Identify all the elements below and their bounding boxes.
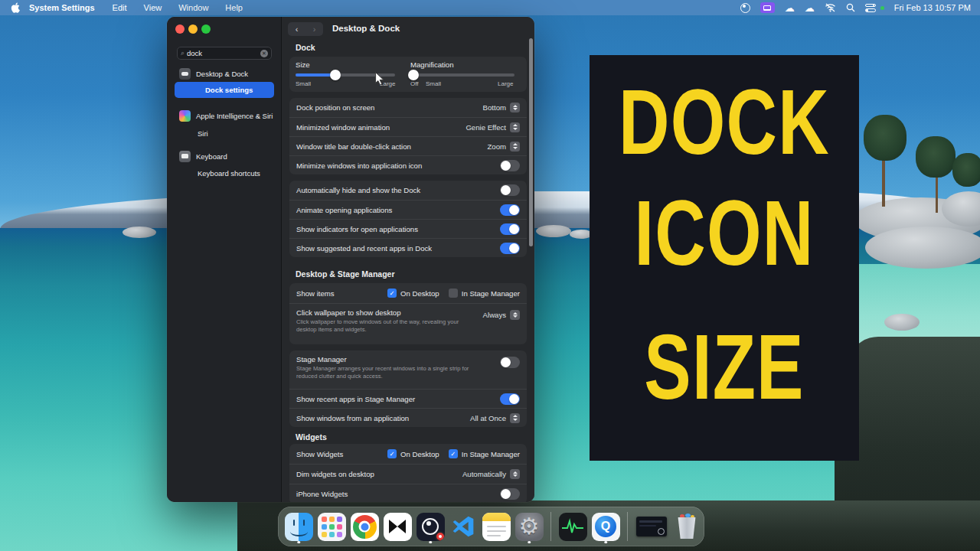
sliders-card: Size Small Large Magnification Off Small… [289,57,527,92]
dim-widgets-select[interactable] [510,469,520,479]
dock-app-quicktime[interactable]: Q [591,510,620,543]
dock-app-launchpad[interactable] [317,510,346,543]
widgets-on-desktop-checkbox[interactable]: ✓ [387,449,397,458]
obs-studio-icon [416,513,445,541]
sidebar-item-apple-intelligence[interactable]: Apple Intelligence & Siri [167,108,282,123]
capcut-icon [384,513,412,541]
quicktime-icon: Q [592,513,620,541]
row-show-windows: Show windows from an application All at … [289,408,527,427]
finder-icon [285,513,313,541]
menu-window[interactable]: Window [170,3,217,12]
menu-view[interactable]: View [136,3,171,12]
search-input[interactable] [187,49,258,57]
apple-logo-icon[interactable] [11,2,20,13]
dock-app-chrome[interactable] [350,510,379,543]
suggested-apps-toggle[interactable] [500,243,520,254]
dock-app-activity[interactable] [558,510,587,543]
in-stage-manager-checkbox[interactable]: ✓ [449,289,458,298]
sidebar-item-desktop-dock[interactable]: Desktop & Dock [167,66,282,81]
dock-app-obs[interactable] [416,510,445,543]
screen-mirroring-icon[interactable] [760,2,775,14]
dock-options-card: Dock position on screen Bottom Minimized… [289,98,527,174]
zoom-button[interactable] [201,24,211,34]
boulder [884,314,920,331]
close-button[interactable] [175,24,185,34]
control-center-icon[interactable] [865,2,877,14]
sidebar-item-dock-settings[interactable]: Dock settings [175,82,274,98]
row-dock-position: Dock position on screen Bottom [289,98,527,117]
click-wallpaper-select[interactable] [510,310,520,320]
size-slider-thumb[interactable] [330,70,341,80]
dock-minimized-window[interactable] [635,510,668,543]
row-recent-apps-stage: Show recent apps in Stage Manager [289,389,527,408]
cloud-icon[interactable]: ☁ [805,2,815,14]
back-button[interactable]: ‹ [296,24,299,34]
iphone-widgets-toggle[interactable] [500,488,520,500]
dock-app-system-settings[interactable]: ⚙ [514,510,544,543]
recent-apps-toggle[interactable] [500,393,520,405]
mag-min-label: Small [426,80,441,87]
obs-icon[interactable] [740,2,750,14]
sidebar-item-keyboard[interactable]: Keyboard [167,148,282,164]
overlay-line-1: DOCK [565,76,883,168]
animation-value: Genie Effect [466,123,506,132]
notes-icon [482,513,511,541]
show-windows-select[interactable] [510,413,520,423]
widgets-card: Show Widgets ✓ On Desktop ✓ In Stage Man… [289,444,527,502]
running-indicator [604,541,607,544]
dock-app-capcut[interactable] [383,510,412,543]
row-dim-widgets: Dim widgets on desktop Automatically [289,464,527,484]
click-wallpaper-value: Always [483,311,506,319]
mag-off-label: Off [410,80,419,87]
dock-position-select[interactable] [510,103,520,112]
cloud-sync-icon[interactable]: ☁ [785,2,795,14]
boulder [122,227,156,238]
widgets-in-stage-checkbox[interactable]: ✓ [449,449,458,458]
keyboard-icon [179,151,191,162]
animation-select[interactable] [510,122,520,132]
minimized-window-thumbnail [636,517,667,536]
clear-search-icon[interactable]: ✕ [260,50,268,57]
trash-icon [676,514,697,539]
activity-monitor-icon [559,513,587,541]
doubleclick-select[interactable] [510,142,520,152]
menu-help[interactable]: Help [217,3,251,12]
sidebar-item-siri[interactable]: Siri [167,126,282,141]
row-show-widgets: Show Widgets ✓ On Desktop ✓ In Stage Man… [289,444,527,464]
row-show-indicators: Show indicators for open applications [289,219,527,238]
on-desktop-checkbox[interactable]: ✓ [387,289,397,298]
magnification-slider[interactable] [410,73,514,77]
sidebar-item-keyboard-shortcuts[interactable]: Keyboard shortcuts [167,165,282,181]
animate-opening-toggle[interactable] [500,204,520,216]
wifi-off-icon[interactable] [825,2,836,14]
running-indicator [429,541,432,544]
forward-button[interactable]: › [313,24,316,34]
dock-separator [550,512,551,541]
stage-manager-card: Stage Manager Stage Manager arranges you… [289,350,527,427]
stage-manager-toggle[interactable] [500,357,520,368]
row-iphone-widgets: iPhone Widgets [289,484,527,502]
dock-trash[interactable] [672,510,701,543]
search-icon: ⌕ [181,49,185,57]
minimize-button[interactable] [188,24,198,34]
dock-app-vscode[interactable] [449,510,478,543]
running-indicator [528,541,531,544]
magnification-slider-thumb[interactable] [408,70,419,80]
menu-clock[interactable]: Fri Feb 13 10:57 PM [894,3,971,12]
sidebar-search[interactable]: ⌕ ✕ [177,47,272,60]
dim-widgets-value: Automatically [462,470,506,478]
dock: ⚙ Q [278,507,704,546]
mouse-cursor [374,72,385,89]
spotlight-search-icon[interactable] [846,2,855,14]
page-title: Desktop & Dock [332,24,400,33]
dock-app-finder[interactable] [284,510,313,543]
dock-app-notes[interactable] [482,510,511,543]
status-green-dot [880,6,884,10]
auto-hide-toggle[interactable] [500,184,520,196]
show-windows-value: All at Once [470,414,506,422]
menu-app-name[interactable]: System Settings [28,3,104,12]
menu-edit[interactable]: Edit [104,3,136,12]
minimize-into-icon-toggle[interactable] [500,160,520,171]
show-indicators-toggle[interactable] [500,223,520,235]
scrollbar[interactable] [529,38,533,246]
